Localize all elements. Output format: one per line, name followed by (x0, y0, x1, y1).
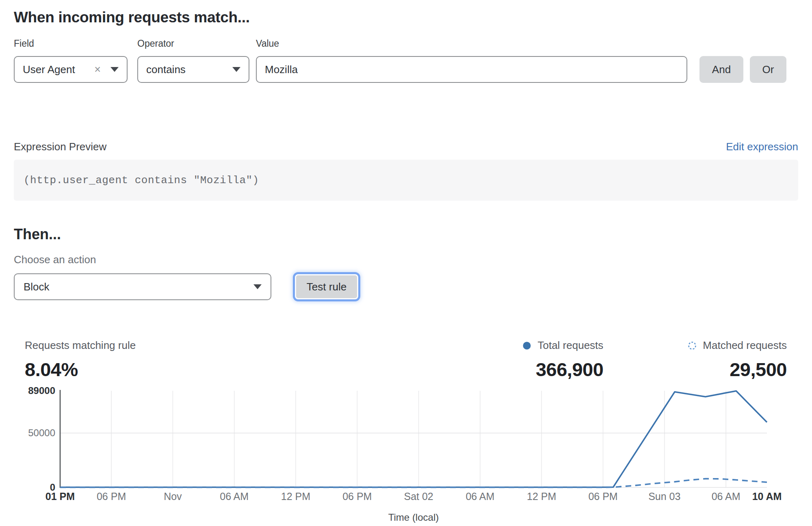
solid-dot-icon (522, 341, 531, 350)
then-heading: Then... (14, 226, 798, 243)
operator-select-value: contains (146, 63, 232, 76)
expression-code: (http.user_agent contains "Mozilla") (24, 174, 259, 186)
x-tick-label: 12 PM (527, 491, 556, 502)
and-button[interactable]: And (699, 56, 743, 83)
edit-expression-link[interactable]: Edit expression (726, 141, 798, 153)
x-tick-label: Sat 02 (404, 491, 433, 502)
y-tick-label: 50000 (28, 427, 55, 438)
chevron-down-icon[interactable] (253, 284, 262, 289)
x-axis-title: Time (local) (388, 512, 439, 523)
matched-requests-line (60, 479, 767, 487)
x-tick-label: 06 AM (466, 491, 494, 502)
x-tick-label: 10 AM (752, 491, 782, 502)
total-requests-line (60, 391, 767, 487)
x-tick-label: 06 PM (97, 491, 126, 502)
matched-requests-label: Matched requests (703, 339, 787, 352)
chevron-down-icon[interactable] (110, 67, 119, 72)
chevron-down-icon[interactable] (232, 67, 240, 72)
rule-condition-row: Field User Agent × Operator contains Val… (14, 38, 798, 110)
matched-requests-legend-head: Matched requests (688, 339, 787, 352)
expression-code-block: (http.user_agent contains "Mozilla") (14, 160, 798, 201)
page-title: When incoming requests match... (14, 9, 798, 26)
x-tick-label: 01 PM (45, 491, 75, 502)
requests-chart: 0500008900001 PM06 PMNov06 AM12 PM06 PMS… (0, 366, 812, 526)
operator-column: Operator contains (137, 38, 174, 49)
operator-label: Operator (137, 38, 174, 49)
value-column: Value (256, 38, 279, 49)
requests-chart-svg: 0500008900001 PM06 PMNov06 AM12 PM06 PMS… (0, 366, 812, 526)
x-tick-label: 12 PM (281, 491, 310, 502)
matching-rule-label: Requests matching rule (25, 339, 136, 352)
operator-select[interactable]: contains (137, 56, 249, 83)
action-select-value: Block (24, 281, 253, 293)
field-select[interactable]: User Agent × (14, 56, 128, 83)
action-row: Block Test rule (14, 273, 798, 302)
test-rule-button[interactable]: Test rule (295, 274, 358, 299)
x-tick-label: 06 PM (342, 491, 372, 502)
expression-preview-label: Expression Preview (14, 141, 106, 153)
expression-header: Expression Preview Edit expression (14, 141, 798, 153)
x-tick-label: Sun 03 (648, 491, 680, 502)
x-tick-label: Nov (164, 491, 182, 502)
total-requests-label: Total requests (537, 339, 603, 352)
clear-icon[interactable]: × (94, 64, 101, 75)
or-button[interactable]: Or (750, 56, 786, 83)
y-tick-label: 89000 (28, 385, 55, 396)
field-column: Field User Agent × (14, 38, 34, 49)
x-tick-label: 06 AM (220, 491, 249, 502)
x-tick-label: 06 PM (588, 491, 617, 502)
dashed-circle-icon (688, 341, 697, 350)
value-label: Value (256, 38, 279, 49)
field-select-value: User Agent (23, 63, 94, 76)
total-requests-legend-head: Total requests (522, 339, 603, 352)
field-label: Field (14, 38, 34, 49)
value-input[interactable] (256, 56, 687, 83)
firewall-rule-builder: When incoming requests match... Field Us… (0, 0, 812, 381)
action-select[interactable]: Block (14, 273, 271, 300)
x-tick-label: 06 AM (712, 491, 741, 502)
choose-action-label: Choose an action (14, 253, 798, 266)
